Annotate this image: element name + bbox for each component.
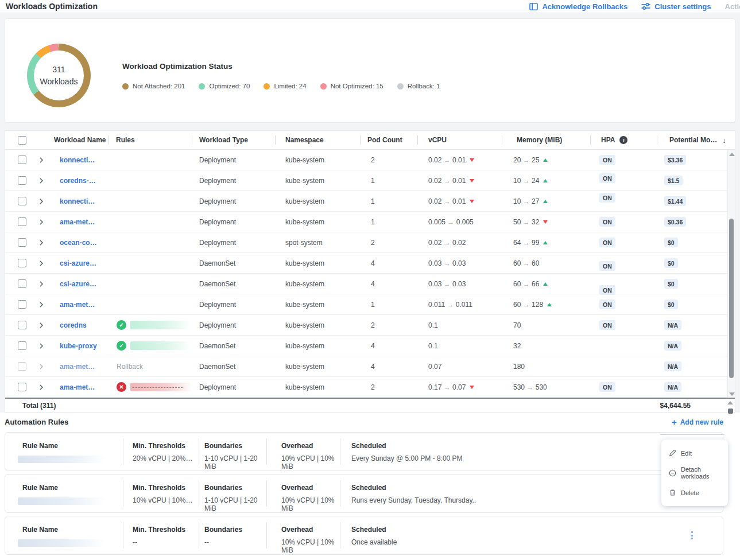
expand-chevron-icon[interactable] xyxy=(38,384,44,390)
col-header-vcpu[interactable]: vCPU xyxy=(417,131,502,149)
scroll-up-icon[interactable] xyxy=(727,401,733,405)
col-header-pod-count[interactable]: Pod Count xyxy=(360,131,417,149)
col-header-hpa[interactable]: HPAi xyxy=(590,131,657,149)
table-header: Workload Name Rules Workload Type Namesp… xyxy=(5,131,735,150)
expand-chevron-icon[interactable] xyxy=(38,199,44,204)
potential-cell: $0 xyxy=(657,258,727,268)
legend-label: Limited: 24 xyxy=(274,83,306,90)
row-checkbox[interactable] xyxy=(18,279,26,288)
min-thresholds-value: 20% vCPU | 20%… xyxy=(133,454,199,462)
trend-up-icon xyxy=(543,241,548,244)
col-header-workload-type[interactable]: Workload Type xyxy=(192,131,275,149)
expand-chevron-icon[interactable] xyxy=(38,281,44,287)
namespace: kube-system xyxy=(275,197,360,205)
memory-value: 10 → 24 xyxy=(502,177,590,185)
scroll-down-icon[interactable] xyxy=(729,392,735,396)
rules-cell: ✓ xyxy=(109,341,192,351)
workload-name-link[interactable]: konnecti… xyxy=(60,156,95,164)
row-checkbox[interactable] xyxy=(18,321,26,329)
memory-value: 60 → 60 xyxy=(502,259,590,267)
status-info: Workload Optimization Status Not Attache… xyxy=(122,62,440,122)
workload-name-link[interactable]: csi-azure… xyxy=(60,280,96,288)
workload-name-link[interactable]: ama-met… xyxy=(60,301,95,309)
col-header-memory[interactable]: Memory (MiB) xyxy=(502,131,590,149)
row-checkbox[interactable] xyxy=(18,176,26,185)
col-header-rules[interactable]: Rules xyxy=(109,131,192,149)
select-all-checkbox[interactable] xyxy=(18,136,26,145)
table-row: konnecti… Deployment kube-system 1 0.02 … xyxy=(5,191,735,212)
trend-up-icon xyxy=(547,303,552,306)
rule-card: Rule Name Min. Thresholds10% vCPU | 10%…… xyxy=(5,474,723,513)
scheduled-value: Runs every Sunday, Tuesday, Thursday.. xyxy=(351,496,661,504)
memory-value: 64 → 99 xyxy=(502,239,590,247)
menu-item-delete[interactable]: Delete xyxy=(661,484,728,501)
workloads-table: Workload Name Rules Workload Type Namesp… xyxy=(5,130,735,413)
potential-cell: N/A xyxy=(657,320,727,330)
namespace: kube-system xyxy=(275,383,360,391)
table-row: csi-azure… DaemonSet kube-system 4 0.03 … xyxy=(5,274,735,294)
donut-chart: 311 Workloads xyxy=(27,44,91,107)
rule-menu-kebab-icon[interactable] xyxy=(689,529,695,542)
row-checkbox[interactable] xyxy=(18,383,26,391)
row-checkbox[interactable] xyxy=(18,259,26,267)
row-checkbox[interactable] xyxy=(18,341,26,350)
menu-item-edit[interactable]: Edit xyxy=(661,445,728,461)
trend-up-icon xyxy=(543,179,548,182)
expand-chevron-icon[interactable] xyxy=(38,157,44,163)
overhead-value: 10% vCPU | 10% MiB xyxy=(281,538,340,554)
row-checkbox[interactable] xyxy=(18,217,26,226)
sort-desc-icon[interactable]: ↓ xyxy=(722,136,726,145)
expand-chevron-icon[interactable] xyxy=(38,364,44,370)
menu-item-detach-workloads[interactable]: Detach workloads xyxy=(661,461,728,484)
workload-type: Deployment xyxy=(192,301,275,309)
hpa-cell: ON xyxy=(590,196,657,206)
expand-chevron-icon[interactable] xyxy=(38,240,44,246)
workload-name-link[interactable]: csi-azure… xyxy=(60,259,96,267)
workload-name-link[interactable]: ama-met… xyxy=(60,383,95,391)
workload-name-link[interactable]: kube-proxy xyxy=(60,342,97,350)
row-checkbox[interactable] xyxy=(18,362,26,371)
scrollbar-fragment[interactable] xyxy=(728,409,733,414)
automation-header: Automation Rules + Add new rule xyxy=(5,417,735,427)
expand-chevron-icon[interactable] xyxy=(38,260,44,266)
rule-name-redacted xyxy=(130,321,191,329)
add-new-rule-button[interactable]: + Add new rule xyxy=(672,417,723,427)
row-checkbox[interactable] xyxy=(18,300,26,309)
topbar-actions: Acknowledge Rollbacks Cluster settings A… xyxy=(529,2,740,11)
col-header-potential[interactable]: Potential Mo…↓ xyxy=(657,131,727,149)
workload-name-link[interactable]: konnecti… xyxy=(60,197,95,205)
min-thresholds-label: Min. Thresholds xyxy=(133,484,185,492)
action-button[interactable]: Action xyxy=(725,2,740,11)
workload-name-link[interactable]: ocean-co… xyxy=(60,239,97,247)
acknowledge-rollbacks-button[interactable]: Acknowledge Rollbacks xyxy=(529,2,627,11)
expand-chevron-icon[interactable] xyxy=(38,178,44,184)
expand-chevron-icon[interactable] xyxy=(38,322,44,328)
vcpu-value: 0.1 xyxy=(417,342,502,350)
row-checkbox[interactable] xyxy=(18,238,26,247)
workload-name-link[interactable]: ama-met… xyxy=(60,363,95,371)
expand-chevron-icon[interactable] xyxy=(38,343,44,349)
trend-up-icon xyxy=(543,158,548,162)
row-checkbox[interactable] xyxy=(18,155,26,164)
min-thresholds-value: -- xyxy=(133,538,199,546)
scrollbar-thumb[interactable] xyxy=(729,219,734,378)
table-scrollbar[interactable] xyxy=(727,150,735,399)
workload-name-link[interactable]: coredns xyxy=(60,321,87,329)
info-icon[interactable]: i xyxy=(619,136,627,144)
col-header-workload-name[interactable]: Workload Name xyxy=(51,131,109,149)
potential-cell: N/A xyxy=(657,341,727,351)
boundaries-value: 1-10 vCPU | 1-20 MiB xyxy=(204,454,266,470)
col-header-namespace[interactable]: Namespace xyxy=(275,131,360,149)
namespace: kube-system xyxy=(275,177,360,185)
legend-item: Not Attached: 201 xyxy=(122,83,185,90)
detach-icon xyxy=(669,469,676,477)
row-checkbox[interactable] xyxy=(18,197,26,205)
expand-chevron-icon[interactable] xyxy=(38,219,44,225)
expand-chevron-icon[interactable] xyxy=(38,302,44,308)
workload-name-link[interactable]: ama-met… xyxy=(60,218,95,226)
cluster-settings-button[interactable]: Cluster settings xyxy=(641,2,711,11)
scroll-up-icon[interactable] xyxy=(729,153,735,156)
status-panel: 311 Workloads Workload Optimization Stat… xyxy=(5,18,735,123)
workload-name-link[interactable]: coredns-… xyxy=(60,177,96,185)
hpa-on-badge: ON xyxy=(599,285,615,295)
